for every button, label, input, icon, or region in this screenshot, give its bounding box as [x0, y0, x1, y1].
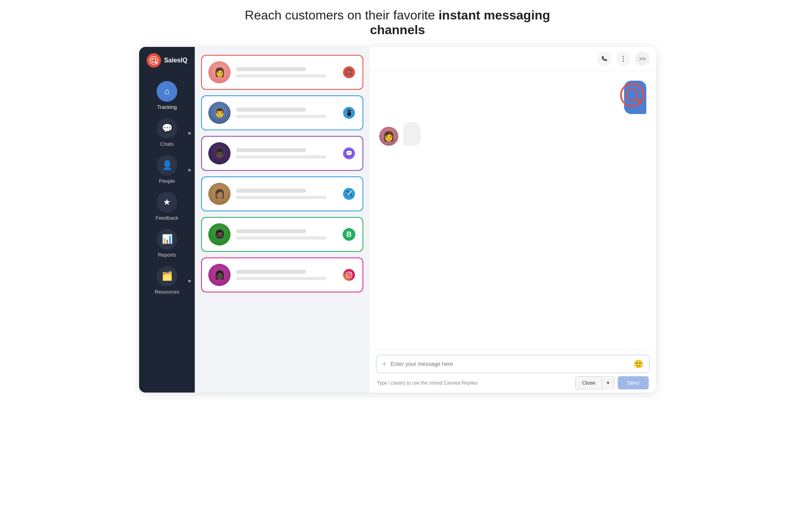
chat-msg-bar-2	[236, 115, 326, 118]
chat-card-4[interactable]: 👩🏽 ✈️	[201, 176, 363, 211]
logo-icon	[147, 53, 161, 68]
chat-name-bar-2	[236, 108, 306, 112]
app-container: SalesIQ ⌂ Tracking 💬 Chats ▶ 👤 People ▶	[139, 47, 656, 393]
feedback-icon-wrap: ★	[157, 192, 177, 213]
chat-card-5[interactable]: 🧔🏿 B	[201, 217, 363, 252]
person-icon: 👤	[162, 160, 173, 170]
action-buttons: Close ▼ Send	[575, 376, 649, 389]
chat-card-2[interactable]: 👨 📱	[201, 95, 363, 130]
chats-icon-wrap: 💬	[157, 118, 177, 139]
telegram-icon: ✈️	[342, 187, 356, 201]
messenger-icon: 💬	[342, 146, 356, 161]
chat-header: >>	[370, 47, 656, 71]
mobile-chat-icon: 📱	[342, 106, 356, 120]
chats-chevron-icon: ▶	[188, 130, 192, 135]
incoming-avatar: 👩	[379, 127, 398, 146]
tracking-icon-wrap: ⌂	[157, 81, 177, 102]
headset-icon: 🎧	[342, 65, 356, 79]
chat-name-bar-6	[236, 270, 306, 274]
chat-info-6	[236, 270, 336, 280]
sidebar-item-resources[interactable]: 🗂️ Resources ▶	[139, 262, 195, 299]
chat-card-1[interactable]: 👩 🎧	[201, 55, 363, 90]
businesschat-icon: B	[342, 227, 356, 242]
people-label: People	[159, 178, 175, 184]
chat-card-6[interactable]: 👩🏿	[201, 257, 363, 292]
chat-msg-bar-5	[236, 236, 326, 240]
reports-label: Reports	[158, 252, 176, 258]
chat-info-5	[236, 229, 336, 240]
expand-icon: >>	[639, 56, 646, 62]
chats-label: Chats	[160, 141, 174, 147]
chat-info-2	[236, 108, 336, 118]
attach-button[interactable]: +	[382, 360, 387, 369]
avatar-5: 🧔🏿	[208, 223, 231, 246]
expand-button[interactable]: >>	[635, 52, 650, 66]
chat-area: >>	[370, 47, 656, 393]
sidebar-item-people[interactable]: 👤 People ▶	[139, 151, 195, 188]
svg-text:📱: 📱	[345, 109, 353, 116]
chat-info-4	[236, 189, 336, 199]
chat-info-1	[236, 67, 336, 77]
svg-point-17	[623, 56, 624, 57]
people-icon-wrap: 👤	[157, 155, 177, 176]
svg-line-22	[636, 99, 641, 104]
more-options-button[interactable]	[616, 52, 630, 66]
sidebar-item-reports[interactable]: 📊 Reports	[139, 225, 195, 262]
star-icon: ★	[163, 197, 171, 207]
svg-point-18	[623, 58, 624, 60]
avatar-2: 👨	[208, 102, 231, 124]
resources-icon-wrap: 🗂️	[157, 266, 177, 286]
chat-name-bar-1	[236, 67, 306, 71]
resources-label: Resources	[155, 289, 179, 295]
salesiq-watermark	[620, 83, 644, 107]
chat-msg-bar-3	[236, 155, 326, 159]
svg-point-16	[351, 273, 351, 273]
svg-text:🎧: 🎧	[345, 68, 353, 76]
logo-text: SalesIQ	[164, 57, 188, 64]
sidebar-logo: SalesIQ	[142, 53, 192, 68]
chat-list-panel: 👩 🎧 👨	[195, 47, 370, 393]
chat-card-3[interactable]: 👨🏿 💬	[201, 136, 363, 171]
home-icon: ⌂	[164, 86, 169, 97]
sidebar: SalesIQ ⌂ Tracking 💬 Chats ▶ 👤 People ▶	[139, 47, 195, 393]
avatar-1: 👩	[208, 61, 231, 83]
avatar-6: 👩🏿	[208, 264, 231, 286]
close-button-group[interactable]: Close ▼	[575, 376, 614, 389]
svg-text:💬: 💬	[345, 150, 353, 157]
chat-messages: 👩	[370, 71, 656, 350]
chat-msg-bar-4	[236, 196, 326, 199]
close-button[interactable]: Close	[576, 377, 601, 389]
emoji-button[interactable]: 🙂	[634, 359, 644, 369]
canned-replies-hint: Type / (slash) to use the stored Canned …	[377, 380, 477, 386]
message-input[interactable]	[391, 361, 630, 367]
instagram-icon	[342, 268, 356, 282]
sidebar-item-chats[interactable]: 💬 Chats ▶	[139, 114, 195, 151]
send-button[interactable]: Send	[618, 376, 649, 389]
chat-actions-row: Type / (slash) to use the stored Canned …	[376, 376, 650, 389]
svg-point-19	[623, 61, 624, 62]
sidebar-item-tracking[interactable]: ⌂ Tracking	[139, 77, 195, 114]
chat-icon: 💬	[162, 123, 173, 133]
phone-button[interactable]	[597, 52, 611, 66]
feedback-label: Feedback	[155, 215, 178, 221]
sidebar-item-feedback[interactable]: ★ Feedback	[139, 188, 195, 225]
page-title: Reach customers on their favorite instan…	[219, 8, 576, 37]
chat-name-bar-3	[236, 148, 306, 152]
chat-input-area: + 🙂 Type / (slash) to use the stored Can…	[370, 350, 656, 393]
incoming-message: 👩	[379, 122, 421, 146]
close-dropdown-button[interactable]: ▼	[602, 377, 614, 388]
chat-msg-bar-1	[236, 74, 326, 77]
tracking-label: Tracking	[157, 104, 176, 110]
svg-point-13	[343, 269, 355, 281]
chat-msg-bar-6	[236, 277, 326, 280]
avatar-4: 👩🏽	[208, 183, 231, 205]
people-chevron-icon: ▶	[188, 167, 192, 172]
briefcase-icon: 🗂️	[162, 271, 173, 281]
chat-info-3	[236, 148, 336, 159]
incoming-bubble	[403, 122, 421, 146]
bar-chart-icon: 📊	[162, 234, 173, 244]
reports-icon-wrap: 📊	[157, 229, 177, 250]
resources-chevron-icon: ▶	[188, 278, 192, 282]
chat-name-bar-4	[236, 189, 306, 193]
svg-text:B: B	[347, 230, 352, 238]
